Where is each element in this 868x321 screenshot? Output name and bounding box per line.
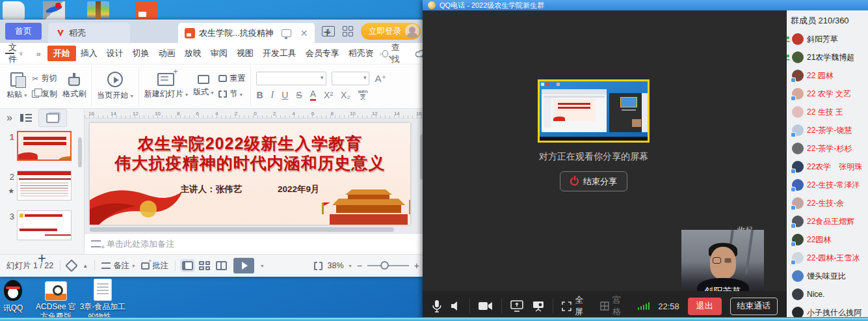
menu-tab[interactable]: 会员专享 — [301, 46, 344, 61]
menu-tab[interactable]: 审阅 — [206, 46, 232, 61]
camera-button[interactable] — [479, 301, 493, 311]
slide-title-line2[interactable]: 伟大抗疫精神的时代内涵和历史意义 — [90, 153, 410, 173]
new-slide-button[interactable]: 新建幻灯片 ▾ — [144, 73, 188, 100]
slide-thumbnail-row[interactable]: 1 ★ — [0, 131, 84, 161]
superscript-button[interactable]: X² — [324, 90, 333, 100]
member-row[interactable]: 22农学 张明珠 — [787, 158, 868, 176]
member-row[interactable]: 22 园林 — [787, 66, 868, 85]
taskbar-edge[interactable] — [0, 317, 868, 321]
tab-list-icon[interactable]: 1 — [322, 26, 335, 36]
horizontal-scrollbar[interactable] — [85, 226, 426, 233]
phonetic-guide-button[interactable]: wén文 — [358, 89, 368, 100]
menu-tab[interactable]: 切换 — [128, 46, 154, 61]
strikethrough-button[interactable]: S — [296, 90, 302, 100]
login-button[interactable]: 立即登录 — [361, 23, 421, 40]
menu-tab[interactable]: 放映 — [180, 46, 206, 61]
copy-button[interactable]: 复制 — [32, 89, 57, 100]
winrar-icon[interactable] — [87, 1, 109, 20]
microphone-button[interactable] — [432, 300, 442, 313]
self-video-thumbnail[interactable]: 斜阳芳草 — [681, 230, 764, 300]
fullscreen-button[interactable]: 全屏 — [562, 294, 592, 318]
slide-view-toggle[interactable] — [38, 109, 67, 127]
slide-date[interactable]: 2022年9月 — [278, 184, 320, 195]
outline-view-icon[interactable] — [20, 114, 31, 122]
member-row[interactable]: 22-茶学-杉杉 — [787, 139, 868, 158]
screen-share-preview[interactable] — [538, 79, 650, 143]
tab-document-active[interactable]: 农生学院...抗疫精神 ✕ — [178, 23, 315, 43]
slide-sorter-view-button[interactable] — [199, 261, 210, 270]
expand-panel-icon[interactable]: » — [7, 112, 12, 124]
exit-button[interactable]: 退出 — [688, 298, 722, 315]
end-call-button[interactable]: 结束通话 — [730, 298, 778, 315]
slide-1-content[interactable]: 农生学院2022级新生入学教育 伟大抗疫精神的时代内涵和历史意义 主讲人：张伟艺… — [90, 123, 410, 225]
slide-thumbnail[interactable] — [17, 131, 72, 161]
recycle-bin-icon[interactable] — [3, 1, 25, 20]
slide-thumbnail-row[interactable]: 2 ★ — [0, 171, 84, 201]
end-share-button[interactable]: 结束分享 — [560, 171, 627, 191]
zoom-slider[interactable] — [367, 265, 409, 266]
menu-tab[interactable]: 设计 — [102, 46, 128, 61]
menu-tab[interactable]: 开发工具 — [258, 46, 301, 61]
slide-thumbnail[interactable] — [17, 171, 72, 201]
whiteboard-share-button[interactable] — [532, 300, 545, 312]
overflow-chevrons-icon[interactable]: » — [36, 49, 41, 59]
reading-view-button[interactable] — [216, 261, 227, 270]
tab-home[interactable]: 首页 — [5, 23, 42, 40]
member-row[interactable]: 22-园林-王雪冰 — [787, 249, 868, 267]
notes-bar[interactable]: 单击此处添加备注 — [85, 233, 426, 254]
apps-grid-icon[interactable] — [343, 26, 353, 36]
member-row[interactable]: 22-茶学-饶慧 — [787, 121, 868, 139]
desktop-app-icon[interactable] — [43, 1, 65, 20]
subscript-button[interactable]: X₂ — [341, 90, 350, 100]
member-row[interactable]: 斜阳芳草 — [787, 30, 868, 48]
menu-tab[interactable]: 开始 — [47, 46, 76, 61]
grow-font-button[interactable]: A⁺ — [375, 73, 386, 85]
speaker-button[interactable] — [451, 301, 461, 311]
desktop-icon-acdsee[interactable]: ACDSee 官方免费版 — [33, 281, 79, 321]
menu-tab[interactable]: 插入 — [76, 46, 102, 61]
zoom-out-button[interactable]: − — [357, 260, 362, 271]
zoom-slider-knob[interactable] — [380, 261, 389, 270]
member-row[interactable]: 22-生技-常泽洋 — [787, 176, 868, 194]
reset-button[interactable]: 重置 — [218, 73, 245, 84]
tab-docer[interactable]: 稻壳 — [48, 23, 130, 43]
notes-toggle[interactable]: 备注▾ — [101, 260, 135, 272]
play-from-current-button[interactable]: 当页开始 ▾ — [97, 72, 133, 101]
qq-title-bar[interactable]: QQ电话 - 2022级农生学院新生群 — [423, 0, 868, 10]
share-screen-button[interactable] — [510, 300, 523, 312]
member-row[interactable]: 22-生技-余 — [787, 194, 868, 212]
menu-tab[interactable]: 动画 — [154, 46, 180, 61]
member-row[interactable]: 22食品王熠辉 — [787, 212, 868, 230]
zoom-value[interactable]: 38% — [328, 261, 344, 270]
thumbnail-scrollbar[interactable] — [78, 137, 82, 167]
font-color-button[interactable]: A — [310, 89, 316, 101]
underline-button[interactable]: U — [282, 90, 288, 100]
member-row[interactable]: Nice. — [787, 285, 868, 303]
menu-tab[interactable]: 视图 — [232, 46, 258, 61]
fit-slide-icon[interactable] — [314, 262, 322, 270]
slide-title-line1[interactable]: 农生学院2022级新生入学教育 — [90, 133, 410, 153]
member-row[interactable]: 22园林 — [787, 230, 868, 249]
comments-toggle[interactable]: 批注 — [141, 260, 168, 272]
slideshow-play-button[interactable] — [233, 258, 254, 273]
section-button[interactable]: 节 ▾ — [218, 89, 245, 100]
menu-tab[interactable]: 稻壳资 — [344, 46, 378, 61]
member-row[interactable]: 21农学魏博超 — [787, 48, 868, 66]
member-row[interactable]: 馒头味亚比 — [787, 267, 868, 285]
slide-thumbnail-row[interactable]: 3 ★ — [0, 210, 84, 240]
slide-thumbnail[interactable] — [17, 210, 72, 240]
font-name-select[interactable] — [256, 72, 326, 85]
normal-view-button[interactable] — [182, 261, 193, 270]
desktop-icon-document[interactable]: 3章-食品加工的物性... — [79, 279, 126, 321]
bold-button[interactable]: B — [256, 90, 263, 100]
member-row[interactable]: 22 农学 文艺 — [787, 85, 868, 103]
ppt-file-icon[interactable] — [135, 1, 157, 20]
grid-view-button[interactable]: 宫格 — [600, 294, 629, 318]
paste-button[interactable]: 粘贴 ▾ — [7, 72, 27, 100]
close-tab-icon[interactable]: ✕ — [300, 28, 308, 38]
zoom-in-button[interactable]: + — [414, 260, 419, 271]
slide-canvas[interactable]: 农生学院2022级新生入学教育 伟大抗疫精神的时代内涵和历史意义 主讲人：张伟艺… — [85, 119, 426, 226]
find-button[interactable]: 查找 — [382, 42, 405, 65]
layout-button[interactable]: 版式 ▾ — [193, 75, 213, 98]
desktop-icon-qq[interactable]: 讯QQ — [0, 280, 36, 313]
